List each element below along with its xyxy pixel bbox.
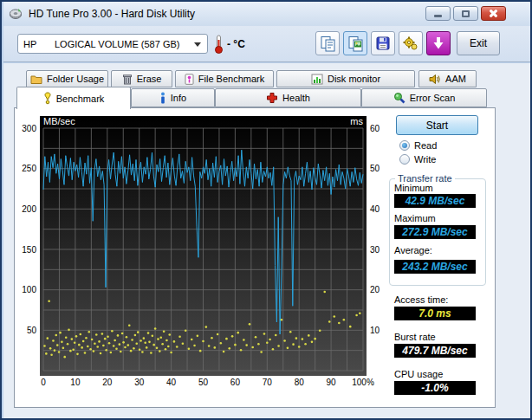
svg-text:20: 20 <box>370 285 380 294</box>
svg-text:90: 90 <box>327 378 337 387</box>
tab-label: Info <box>171 93 186 103</box>
svg-text:50: 50 <box>370 164 380 173</box>
minimize-button[interactable] <box>425 6 451 21</box>
tab-info[interactable]: Info <box>131 88 215 107</box>
svg-text:10: 10 <box>70 378 81 387</box>
tab-health[interactable]: Health <box>215 88 361 107</box>
svg-text:100: 100 <box>22 285 36 294</box>
svg-text:60: 60 <box>230 378 241 387</box>
burst-rate-label: Burst rate <box>394 332 436 342</box>
tab-folder-usage[interactable]: Folder Usage <box>26 70 108 87</box>
minimum-label: Minimum <box>394 183 433 193</box>
thermometer-icon <box>214 35 224 54</box>
svg-text:MB/sec: MB/sec <box>43 116 75 126</box>
drive-vendor: HP <box>23 39 55 49</box>
save-button[interactable] <box>371 31 395 55</box>
svg-text:50: 50 <box>27 326 37 335</box>
drive-name: LOGICAL VOLUME (587 GB) <box>55 39 179 49</box>
magnifier-icon <box>393 92 405 104</box>
svg-text:40: 40 <box>370 204 380 214</box>
svg-text:50: 50 <box>198 378 209 387</box>
write-radio[interactable]: Write <box>399 154 436 165</box>
close-icon <box>489 9 498 18</box>
exit-label: Exit <box>470 37 487 49</box>
minimize-icon <box>434 15 442 17</box>
hd-tune-window: HD Tune Pro 3.00 - Hard Disk Utility HP … <box>0 0 532 420</box>
tab-label: Folder Usage <box>47 74 104 84</box>
svg-text:100%: 100% <box>352 378 374 387</box>
tab-label: Error Scan <box>410 93 456 103</box>
temperature-value: - °C <box>227 38 245 50</box>
tab-error-scan[interactable]: Error Scan <box>361 88 487 107</box>
window-title: HD Tune Pro 3.00 - Hard Disk Utility <box>29 8 195 20</box>
options-button[interactable] <box>399 31 423 55</box>
bar-chart-icon <box>311 74 323 85</box>
read-label: Read <box>414 140 437 151</box>
read-radio[interactable]: Read <box>399 140 437 151</box>
minimum-value: 42.9 MB/sec <box>394 194 476 208</box>
update-button[interactable] <box>426 31 451 55</box>
copy-text-button[interactable] <box>315 31 340 55</box>
svg-text:80: 80 <box>295 378 305 387</box>
tab-erase[interactable]: Erase <box>111 70 172 87</box>
copy-image-icon <box>347 36 364 52</box>
svg-text:ms: ms <box>350 116 363 126</box>
cpu-usage-value: -1.0% <box>394 381 476 395</box>
health-cross-icon <box>266 92 278 104</box>
tab-label: Disk monitor <box>328 74 380 84</box>
radio-icon <box>399 140 410 151</box>
chevron-down-icon <box>194 42 201 47</box>
app-icon <box>9 7 23 21</box>
maximize-button[interactable] <box>453 6 478 21</box>
radio-icon <box>399 154 410 165</box>
copy-text-icon <box>320 36 336 52</box>
info-icon <box>159 92 166 104</box>
benchmark-exclamation-icon <box>43 92 52 105</box>
maximum-value: 272.9 MB/sec <box>394 225 476 239</box>
access-time-label: Access time: <box>394 294 448 305</box>
exit-button[interactable]: Exit <box>457 31 500 55</box>
access-time-value: 7.0 ms <box>394 307 476 320</box>
start-button[interactable]: Start <box>396 115 478 135</box>
save-icon <box>375 36 391 51</box>
maximize-icon <box>462 10 470 17</box>
svg-text:20: 20 <box>102 378 113 387</box>
options-gear-icon <box>403 36 418 51</box>
start-label: Start <box>426 120 448 132</box>
svg-text:70: 70 <box>263 378 273 387</box>
folder-icon <box>30 74 42 85</box>
benchmark-chart: MB/secms30025020015010050605040302010010… <box>21 114 389 390</box>
average-value: 243.2 MB/sec <box>394 260 476 274</box>
write-label: Write <box>414 154 436 165</box>
svg-text:30: 30 <box>134 378 145 387</box>
tab-label: Benchmark <box>56 94 105 104</box>
maximum-label: Maximum <box>394 213 436 223</box>
copy-image-button[interactable] <box>343 31 367 55</box>
svg-text:250: 250 <box>22 164 36 173</box>
tab-label: Erase <box>137 74 162 84</box>
average-label: Average: <box>394 245 432 255</box>
svg-text:60: 60 <box>370 124 380 133</box>
cpu-usage-label: CPU usage <box>394 369 443 379</box>
tab-benchmark[interactable]: Benchmark <box>16 87 131 109</box>
burst-rate-value: 479.7 MB/sec <box>394 344 476 358</box>
toolbar: HP LOGICAL VOLUME (587 GB) - °C <box>3 26 530 62</box>
svg-text:40: 40 <box>166 378 177 387</box>
download-arrow-icon <box>431 36 445 50</box>
drive-selector[interactable]: HP LOGICAL VOLUME (587 GB) <box>17 34 208 54</box>
tab-disk-monitor[interactable]: Disk monitor <box>276 70 415 87</box>
tab-label: AAM <box>445 74 466 84</box>
titlebar: HD Tune Pro 3.00 - Hard Disk Utility <box>3 2 530 26</box>
svg-text:200: 200 <box>22 204 36 214</box>
speaker-icon <box>429 74 441 85</box>
tab-aam[interactable]: AAM <box>418 70 477 87</box>
tab-file-benchmark[interactable]: File Benchmark <box>175 70 274 87</box>
tab-label: Health <box>282 93 310 103</box>
close-button[interactable] <box>481 6 506 21</box>
svg-text:150: 150 <box>22 245 36 255</box>
tab-label: File Benchmark <box>198 74 264 84</box>
file-benchmark-icon <box>185 74 194 85</box>
svg-text:30: 30 <box>370 245 380 255</box>
svg-text:300: 300 <box>22 124 36 133</box>
trash-icon <box>122 74 133 85</box>
